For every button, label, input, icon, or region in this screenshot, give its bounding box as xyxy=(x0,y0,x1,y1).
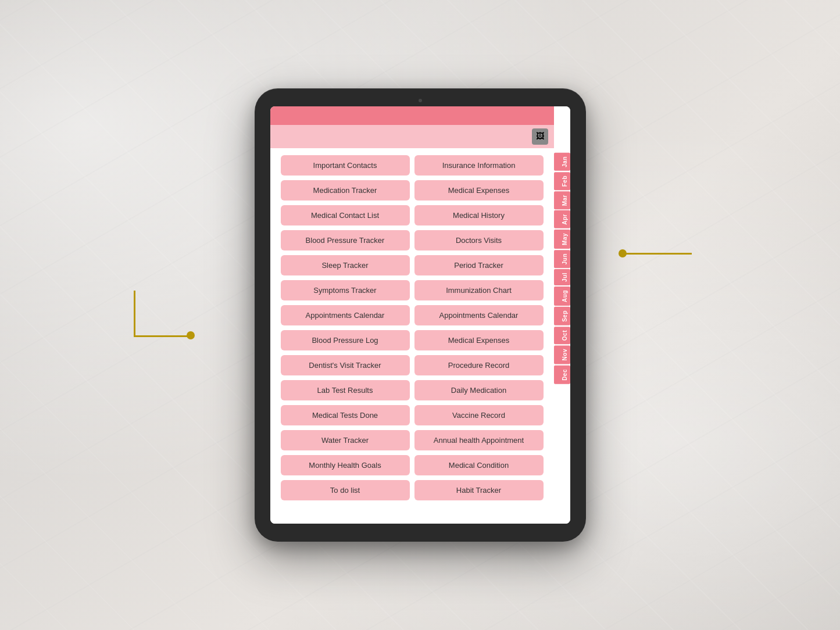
index-row: Blood Pressure TrackerDoctors Visits xyxy=(281,230,544,250)
ipad-device: 🖼 Important ContactsInsurance Informatio… xyxy=(255,88,586,542)
index-row: Blood Pressure LogMedical Expenses xyxy=(281,330,544,350)
side-tab-may[interactable]: May xyxy=(554,230,570,249)
side-tab-nov[interactable]: Nov xyxy=(554,345,570,364)
index-item-right-12[interactable]: Medical Condition xyxy=(414,455,544,475)
index-item-left-5[interactable]: Symptoms Tracker xyxy=(281,280,410,300)
index-row: Lab Test ResultsDaily Medication xyxy=(281,380,544,400)
side-tabs-container: JanFebMarAprMayJunJulAugSepOctNovDec xyxy=(554,106,570,524)
index-item-right-8[interactable]: Procedure Record xyxy=(414,355,544,375)
index-row: Monthly Health GoalsMedical Condition xyxy=(281,455,544,475)
index-row: Water TrackerAnnual health Appointment xyxy=(281,430,544,450)
ipad-screen: 🖼 Important ContactsInsurance Informatio… xyxy=(270,106,570,524)
index-item-right-13[interactable]: Habit Tracker xyxy=(414,480,544,500)
index-row: Appointments CalendarAppointments Calend… xyxy=(281,305,544,325)
index-item-left-0[interactable]: Important Contacts xyxy=(281,155,410,176)
index-item-left-3[interactable]: Blood Pressure Tracker xyxy=(281,230,410,250)
index-item-left-11[interactable]: Water Tracker xyxy=(281,430,410,450)
index-item-left-1[interactable]: Medication Tracker xyxy=(281,180,410,201)
right-connector-line xyxy=(622,253,692,255)
index-item-left-10[interactable]: Medical Tests Done xyxy=(281,405,410,425)
sub-header-icon: 🖼 xyxy=(532,128,548,145)
side-tab-aug[interactable]: Aug xyxy=(554,287,570,306)
page-content: 🖼 Important ContactsInsurance Informatio… xyxy=(270,106,554,524)
index-item-right-0[interactable]: Insurance Information xyxy=(414,155,544,176)
index-item-right-10[interactable]: Vaccine Record xyxy=(414,405,544,425)
index-item-left-8[interactable]: Dentist's Visit Tracker xyxy=(281,355,410,375)
index-item-left-2[interactable]: Medical Contact List xyxy=(281,205,410,225)
index-item-left-12[interactable]: Monthly Health Goals xyxy=(281,455,410,475)
index-item-left-7[interactable]: Blood Pressure Log xyxy=(281,330,410,350)
index-row: To do listHabit Tracker xyxy=(281,480,544,500)
index-item-left-4[interactable]: Sleep Tracker xyxy=(281,255,410,275)
side-tab-feb[interactable]: Feb xyxy=(554,172,570,190)
right-connector-dot xyxy=(619,249,627,257)
side-tab-mar[interactable]: Mar xyxy=(554,191,570,209)
side-tab-dec[interactable]: Dec xyxy=(554,366,570,384)
index-grid: Important ContactsInsurance InformationM… xyxy=(270,148,554,524)
index-item-right-2[interactable]: Medical History xyxy=(414,205,544,225)
index-row: Sleep TrackerPeriod Tracker xyxy=(281,255,544,275)
index-item-left-9[interactable]: Lab Test Results xyxy=(281,380,410,400)
index-item-right-3[interactable]: Doctors Visits xyxy=(414,230,544,250)
side-tab-apr[interactable]: Apr xyxy=(554,210,570,228)
index-item-left-6[interactable]: Appointments Calendar xyxy=(281,305,410,325)
index-item-right-1[interactable]: Medical Expenses xyxy=(414,180,544,201)
side-tab-sep[interactable]: Sep xyxy=(554,307,570,325)
index-row: Medical Tests DoneVaccine Record xyxy=(281,405,544,425)
index-item-right-7[interactable]: Medical Expenses xyxy=(414,330,544,350)
index-item-right-5[interactable]: Immunization Chart xyxy=(414,280,544,300)
index-item-left-13[interactable]: To do list xyxy=(281,480,410,500)
index-row: Medical Contact ListMedical History xyxy=(281,205,544,225)
left-connector-dot xyxy=(187,331,195,339)
index-row: Important ContactsInsurance Information xyxy=(281,155,544,176)
index-row: Symptoms TrackerImmunization Chart xyxy=(281,280,544,300)
side-tab-jan[interactable]: Jan xyxy=(554,153,570,171)
left-connector-line xyxy=(134,291,192,337)
page-header xyxy=(270,106,554,125)
index-item-right-11[interactable]: Annual health Appointment xyxy=(414,430,544,450)
sub-header-strip: 🖼 xyxy=(270,125,554,148)
side-tab-jul[interactable]: Jul xyxy=(554,269,570,285)
side-tab-jun[interactable]: Jun xyxy=(554,250,570,268)
side-tab-oct[interactable]: Oct xyxy=(554,327,570,344)
index-row: Medication TrackerMedical Expenses xyxy=(281,180,544,201)
index-item-right-9[interactable]: Daily Medication xyxy=(414,380,544,400)
index-item-right-6[interactable]: Appointments Calendar xyxy=(414,305,544,325)
index-item-right-4[interactable]: Period Tracker xyxy=(414,255,544,275)
index-row: Dentist's Visit TrackerProcedure Record xyxy=(281,355,544,375)
